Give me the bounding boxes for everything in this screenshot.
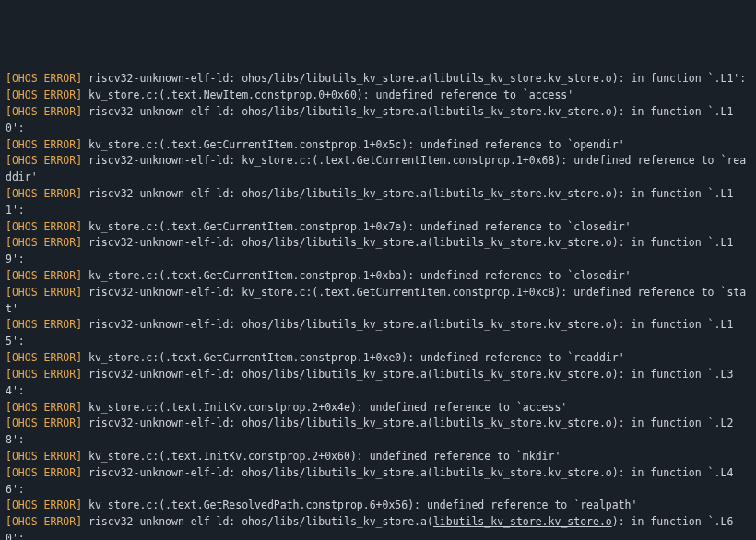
log-line: [OHOS ERROR] riscv32-unknown-elf-ld: oho… (6, 235, 750, 268)
error-tag: [OHOS ERROR] (6, 499, 82, 511)
log-message: riscv32-unknown-elf-ld: ohos/libs/libuti… (6, 105, 733, 135)
error-tag: [OHOS ERROR] (6, 515, 82, 528)
log-line: [OHOS ERROR] riscv32-unknown-elf-ld: oho… (6, 104, 750, 137)
log-message: riscv32-unknown-elf-ld: ohos/libs/libuti… (6, 466, 733, 496)
error-tag: [OHOS ERROR] (6, 417, 82, 429)
log-message: riscv32-unknown-elf-ld: ohos/libs/libuti… (6, 417, 733, 446)
error-tag: [OHOS ERROR] (6, 138, 82, 151)
log-line: [OHOS ERROR] kv_store.c:(.text.GetResolv… (6, 498, 750, 514)
error-tag: [OHOS ERROR] (6, 220, 82, 233)
log-line: [OHOS ERROR] riscv32-unknown-elf-ld: kv_… (6, 153, 750, 186)
error-tag: [OHOS ERROR] (6, 105, 82, 118)
log-message: kv_store.c:(.text.GetCurrentItem.constpr… (82, 138, 625, 151)
log-message: riscv32-unknown-elf-ld: ohos/libs/libuti… (6, 368, 733, 397)
log-message: kv_store.c:(.text.NewItem.constprop.0+0x… (82, 88, 573, 101)
log-message: kv_store.c:(.text.GetCurrentItem.constpr… (82, 220, 631, 233)
log-line: [OHOS ERROR] riscv32-unknown-elf-ld: oho… (6, 514, 750, 540)
terminal-output: [OHOS ERROR] riscv32-unknown-elf-ld: oho… (6, 71, 750, 540)
error-tag: [OHOS ERROR] (6, 351, 82, 364)
error-tag: [OHOS ERROR] (6, 368, 82, 381)
log-message: riscv32-unknown-elf-ld: kv_store.c:(.tex… (6, 286, 746, 315)
log-message: riscv32-unknown-elf-ld: kv_store.c:(.tex… (6, 154, 746, 183)
log-message: riscv32-unknown-elf-ld: ohos/libs/libuti… (6, 318, 733, 347)
error-tag: [OHOS ERROR] (6, 401, 82, 414)
log-line: [OHOS ERROR] riscv32-unknown-elf-ld: kv_… (6, 285, 750, 318)
underlined-text: libutils_kv_store.kv_store.o (433, 515, 612, 528)
log-message: riscv32-unknown-elf-ld: ohos/libs/libuti… (6, 236, 733, 265)
error-tag: [OHOS ERROR] (6, 187, 82, 200)
log-line: [OHOS ERROR] kv_store.c:(.text.GetCurren… (6, 137, 750, 154)
log-line: [OHOS ERROR] riscv32-unknown-elf-ld: oho… (6, 71, 750, 88)
log-message: riscv32-unknown-elf-ld: ohos/libs/libuti… (6, 515, 733, 540)
log-line: [OHOS ERROR] kv_store.c:(.text.InitKv.co… (6, 400, 750, 417)
log-line: [OHOS ERROR] kv_store.c:(.text.NewItem.c… (6, 88, 750, 104)
log-line: [OHOS ERROR] kv_store.c:(.text.GetCurren… (6, 219, 750, 236)
log-line: [OHOS ERROR] kv_store.c:(.text.GetCurren… (6, 350, 750, 367)
error-tag: [OHOS ERROR] (6, 450, 82, 463)
error-tag: [OHOS ERROR] (6, 88, 82, 101)
error-tag: [OHOS ERROR] (6, 236, 82, 249)
log-line: [OHOS ERROR] riscv32-unknown-elf-ld: oho… (6, 317, 750, 350)
error-tag: [OHOS ERROR] (6, 466, 82, 479)
error-tag: [OHOS ERROR] (6, 269, 82, 282)
log-message: kv_store.c:(.text.InitKv.constprop.2+0x4… (82, 401, 567, 414)
error-tag: [OHOS ERROR] (6, 318, 82, 331)
log-message: riscv32-unknown-elf-ld: ohos/libs/libuti… (82, 72, 746, 85)
log-message: riscv32-unknown-elf-ld: ohos/libs/libuti… (6, 187, 733, 217)
log-line: [OHOS ERROR] kv_store.c:(.text.GetCurren… (6, 268, 750, 285)
error-tag: [OHOS ERROR] (6, 286, 82, 299)
log-message: kv_store.c:(.text.InitKv.constprop.2+0x6… (82, 450, 561, 463)
log-line: [OHOS ERROR] riscv32-unknown-elf-ld: oho… (6, 186, 750, 219)
log-line: [OHOS ERROR] riscv32-unknown-elf-ld: oho… (6, 465, 750, 499)
log-message: kv_store.c:(.text.GetResolvedPath.constp… (82, 499, 637, 511)
log-message: kv_store.c:(.text.GetCurrentItem.constpr… (82, 269, 631, 282)
log-message: kv_store.c:(.text.GetCurrentItem.constpr… (82, 351, 625, 364)
log-line: [OHOS ERROR] riscv32-unknown-elf-ld: oho… (6, 416, 750, 449)
log-line: [OHOS ERROR] kv_store.c:(.text.InitKv.co… (6, 449, 750, 465)
error-tag: [OHOS ERROR] (6, 154, 82, 167)
log-line: [OHOS ERROR] riscv32-unknown-elf-ld: oho… (6, 367, 750, 400)
error-tag: [OHOS ERROR] (6, 72, 82, 85)
